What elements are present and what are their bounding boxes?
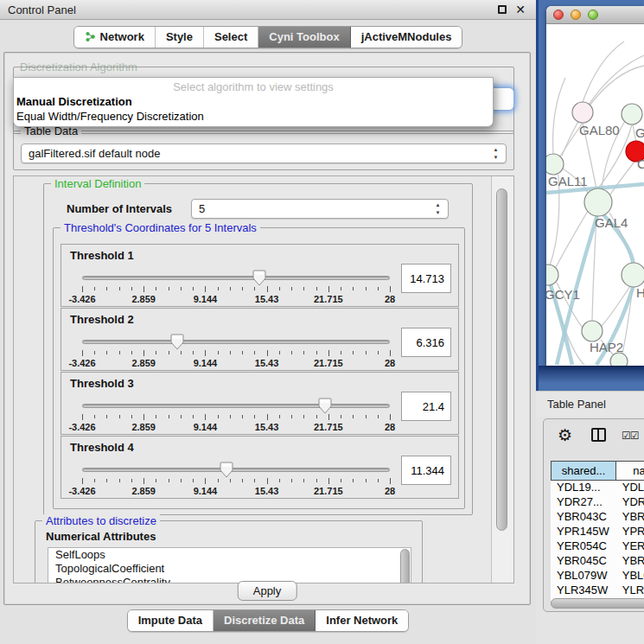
threshold-slider[interactable]: -3.4262.8599.14415.4321.71528 (82, 335, 390, 369)
tab-label: Style (166, 30, 193, 43)
network-node-hap2[interactable] (582, 321, 603, 341)
minimize-traffic-light[interactable] (571, 10, 581, 20)
tab-jactivemnodules[interactable]: jActiveMNodules (351, 27, 462, 48)
network-node-gal80[interactable] (572, 102, 593, 123)
slider-thumb[interactable] (318, 398, 332, 414)
table-cell: YBR0 (616, 554, 644, 569)
minor-tick (353, 415, 354, 418)
table-data-combobox[interactable]: galFiltered.sif default node ▲▼ (21, 143, 507, 163)
network-edge[interactable] (610, 162, 634, 194)
number-of-intervals-combobox[interactable]: 5 ▲▼ (191, 199, 449, 219)
node-table[interactable]: shared...na YDL19...YDL1YDR27...YDR2YBR0… (551, 461, 644, 601)
number-of-intervals-value: 5 (199, 202, 205, 215)
minor-tick (131, 351, 132, 354)
network-node-gal11[interactable] (546, 154, 564, 175)
table-row[interactable]: YDL19...YDL1 (551, 481, 644, 495)
tab-impute-data[interactable]: Impute Data (128, 610, 214, 631)
tick-label: 28 (385, 294, 395, 304)
table-row[interactable]: YBR045CYBR0 (551, 554, 644, 569)
dropdown-option[interactable]: Manual Discretization (14, 94, 493, 109)
column-header[interactable]: na (616, 461, 644, 481)
numerical-attributes-list[interactable]: SelfLoopsTopologicalCoefficientBetweenne… (48, 547, 411, 583)
gear-icon[interactable]: ⚙ (558, 425, 572, 444)
scrollbar-thumb[interactable] (496, 188, 507, 531)
node-label: GAL11 (548, 174, 588, 188)
close-icon[interactable]: ✕ (515, 3, 526, 16)
vertical-scrollbar[interactable] (491, 176, 513, 583)
table-row[interactable]: YLR345WYLR3 (551, 583, 644, 598)
table-row[interactable]: YBR043CYBR0 (551, 510, 644, 525)
combobox-spinner-icon: ▲▼ (492, 146, 500, 162)
node-label: GA (635, 125, 644, 140)
tab-infer-network[interactable]: Infer Network (316, 610, 408, 631)
tab-discretize-data[interactable]: Discretize Data (214, 610, 316, 631)
network-window: GAL80GACGAL11GAL4GCY1HHAP2 (546, 6, 644, 366)
zoom-traffic-light[interactable] (588, 10, 598, 20)
minor-tick (279, 287, 280, 290)
minor-tick (230, 415, 231, 418)
network-node-ga[interactable] (622, 104, 642, 124)
network-icon (85, 31, 96, 42)
tab-label: Select (214, 30, 247, 43)
split-column-icon[interactable] (591, 428, 606, 442)
slider-track[interactable] (82, 404, 390, 408)
threshold-value-field[interactable] (401, 264, 451, 293)
tick-label: 28 (385, 486, 395, 496)
minor-tick (119, 287, 120, 290)
table-panel-titlebar: Table Panel (536, 391, 644, 417)
slider-track[interactable] (82, 340, 390, 344)
checkboxes-icon[interactable]: ☑☑ (622, 430, 639, 442)
major-tick (328, 350, 329, 356)
list-scrollbar[interactable] (400, 549, 410, 583)
scrollbar-thumb[interactable] (551, 598, 644, 609)
network-node-unnamed[interactable] (610, 353, 628, 366)
threshold-box: Threshold 4-3.4262.8599.14415.4321.71528 (61, 436, 459, 499)
horizontal-scrollbar[interactable] (551, 598, 644, 609)
table-row[interactable]: YBL079WYBL0 (551, 569, 644, 583)
apply-button[interactable]: Apply (238, 581, 297, 601)
minor-tick (316, 287, 317, 290)
major-tick (267, 478, 268, 484)
threshold-slider[interactable]: -3.4262.8599.14415.4321.71528 (82, 399, 390, 433)
table-toolbar: ⚙ ☑☑ (544, 419, 644, 456)
table-cell: YDL19... (551, 481, 616, 495)
threshold-slider[interactable]: -3.4262.8599.14415.4321.71528 (82, 462, 390, 497)
network-node-h[interactable] (622, 263, 644, 287)
major-tick (82, 414, 83, 420)
network-canvas[interactable]: GAL80GACGAL11GAL4GCY1HHAP2 (546, 24, 644, 366)
column-header[interactable]: shared... (551, 461, 616, 481)
float-window-icon[interactable] (498, 5, 507, 14)
network-edge[interactable] (590, 66, 644, 105)
table-row[interactable]: YER054CYER0 (551, 539, 644, 554)
minor-tick (291, 415, 292, 418)
network-node-gal4[interactable] (584, 188, 612, 216)
threshold-value-field[interactable] (401, 328, 451, 357)
attribute-list-item[interactable]: SelfLoops (48, 548, 411, 562)
attribute-list-item[interactable]: BetweennessCentrality (48, 576, 411, 583)
network-edge[interactable] (553, 78, 565, 154)
major-tick (205, 414, 206, 420)
minor-tick (291, 351, 292, 354)
network-node-gcy1[interactable] (546, 265, 558, 285)
threshold-box: Threshold 1-3.4262.8599.14415.4321.71528 (61, 244, 459, 307)
minor-tick (181, 415, 182, 418)
dropdown-option[interactable]: Equal Width/Frequency Discretization (14, 109, 493, 124)
slider-thumb[interactable] (170, 334, 184, 350)
threshold-slider[interactable]: -3.4262.8599.14415.4321.71528 (82, 271, 390, 305)
table-cell: YBR0 (616, 510, 644, 525)
attribute-list-item[interactable]: TopologicalCoefficient (48, 562, 411, 576)
threshold-value-field[interactable] (401, 456, 451, 485)
slider-track[interactable] (82, 276, 390, 280)
tab-select[interactable]: Select (204, 27, 258, 48)
tab-network[interactable]: Network (74, 27, 156, 48)
threshold-value-field[interactable] (401, 392, 451, 421)
slider-thumb[interactable] (252, 270, 266, 286)
table-row[interactable]: YPR145WYPR1 (551, 525, 644, 539)
tab-cyni-toolbox[interactable]: Cyni Toolbox (258, 27, 350, 48)
tab-style[interactable]: Style (156, 27, 204, 48)
minor-tick (106, 479, 107, 482)
slider-track[interactable] (82, 468, 390, 472)
close-traffic-light[interactable] (553, 10, 564, 20)
table-row[interactable]: YDR27...YDR2 (551, 495, 644, 510)
slider-thumb[interactable] (220, 462, 233, 478)
